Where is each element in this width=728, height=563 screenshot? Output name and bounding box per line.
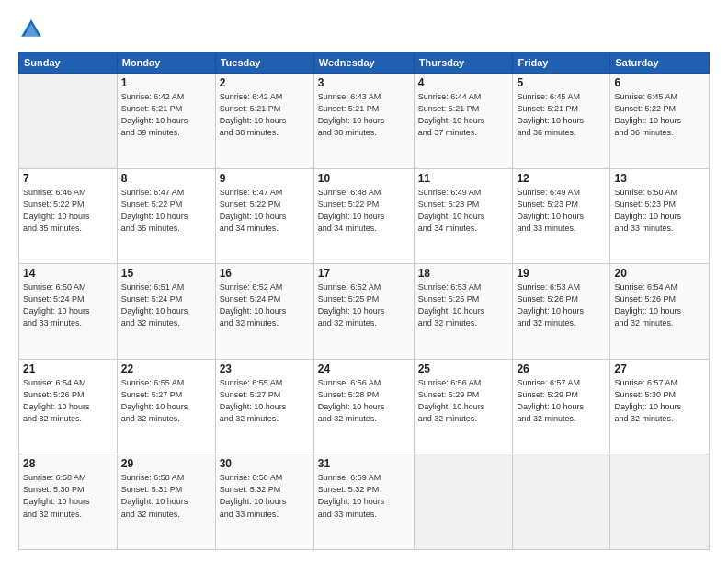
header-day-thursday: Thursday bbox=[414, 52, 513, 74]
day-info: Sunrise: 6:48 AM Sunset: 5:22 PM Dayligh… bbox=[318, 187, 410, 235]
day-info: Sunrise: 6:46 AM Sunset: 5:22 PM Dayligh… bbox=[23, 187, 113, 235]
day-number: 28 bbox=[23, 457, 113, 470]
day-info: Sunrise: 6:55 AM Sunset: 5:27 PM Dayligh… bbox=[220, 377, 310, 425]
day-number: 7 bbox=[23, 172, 113, 185]
day-cell: 29Sunrise: 6:58 AM Sunset: 5:31 PM Dayli… bbox=[117, 454, 215, 550]
day-cell: 12Sunrise: 6:49 AM Sunset: 5:23 PM Dayli… bbox=[513, 168, 610, 264]
day-info: Sunrise: 6:47 AM Sunset: 5:22 PM Dayligh… bbox=[220, 187, 310, 235]
day-info: Sunrise: 6:42 AM Sunset: 5:21 PM Dayligh… bbox=[121, 91, 211, 139]
day-info: Sunrise: 6:58 AM Sunset: 5:31 PM Dayligh… bbox=[121, 472, 211, 520]
day-cell: 16Sunrise: 6:52 AM Sunset: 5:24 PM Dayli… bbox=[215, 264, 313, 360]
day-info: Sunrise: 6:57 AM Sunset: 5:30 PM Dayligh… bbox=[614, 377, 705, 425]
day-info: Sunrise: 6:55 AM Sunset: 5:27 PM Dayligh… bbox=[121, 377, 211, 425]
day-info: Sunrise: 6:42 AM Sunset: 5:21 PM Dayligh… bbox=[220, 91, 310, 139]
day-cell: 2Sunrise: 6:42 AM Sunset: 5:21 PM Daylig… bbox=[215, 74, 313, 169]
day-cell bbox=[610, 454, 710, 550]
day-number: 21 bbox=[23, 362, 113, 375]
header-day-monday: Monday bbox=[117, 52, 215, 74]
header-day-saturday: Saturday bbox=[610, 52, 710, 74]
day-cell: 7Sunrise: 6:46 AM Sunset: 5:22 PM Daylig… bbox=[19, 168, 118, 264]
day-cell: 26Sunrise: 6:57 AM Sunset: 5:29 PM Dayli… bbox=[513, 359, 610, 454]
day-cell bbox=[513, 454, 610, 550]
day-info: Sunrise: 6:50 AM Sunset: 5:24 PM Dayligh… bbox=[23, 282, 113, 329]
day-number: 5 bbox=[517, 76, 606, 89]
day-number: 8 bbox=[121, 172, 211, 185]
day-info: Sunrise: 6:53 AM Sunset: 5:26 PM Dayligh… bbox=[517, 282, 606, 329]
day-cell: 30Sunrise: 6:58 AM Sunset: 5:32 PM Dayli… bbox=[215, 454, 313, 550]
day-number: 10 bbox=[318, 172, 410, 185]
day-info: Sunrise: 6:56 AM Sunset: 5:28 PM Dayligh… bbox=[318, 377, 410, 425]
day-info: Sunrise: 6:54 AM Sunset: 5:26 PM Dayligh… bbox=[614, 282, 705, 329]
day-number: 20 bbox=[614, 267, 705, 280]
calendar-header: SundayMondayTuesdayWednesdayThursdayFrid… bbox=[19, 52, 710, 74]
week-row-5: 28Sunrise: 6:58 AM Sunset: 5:30 PM Dayli… bbox=[19, 454, 710, 550]
day-number: 2 bbox=[220, 76, 310, 89]
day-number: 17 bbox=[318, 267, 410, 280]
day-number: 29 bbox=[121, 457, 211, 470]
day-number: 31 bbox=[318, 457, 410, 470]
day-cell: 18Sunrise: 6:53 AM Sunset: 5:25 PM Dayli… bbox=[414, 264, 513, 360]
day-info: Sunrise: 6:49 AM Sunset: 5:23 PM Dayligh… bbox=[517, 187, 606, 235]
day-cell: 1Sunrise: 6:42 AM Sunset: 5:21 PM Daylig… bbox=[117, 74, 215, 169]
day-cell: 4Sunrise: 6:44 AM Sunset: 5:21 PM Daylig… bbox=[414, 74, 513, 169]
day-number: 19 bbox=[517, 267, 606, 280]
header-day-wednesday: Wednesday bbox=[313, 52, 414, 74]
header-day-sunday: Sunday bbox=[19, 52, 118, 74]
day-info: Sunrise: 6:52 AM Sunset: 5:25 PM Dayligh… bbox=[318, 282, 410, 329]
day-number: 4 bbox=[418, 76, 509, 89]
day-cell: 3Sunrise: 6:43 AM Sunset: 5:21 PM Daylig… bbox=[313, 74, 414, 169]
header-day-tuesday: Tuesday bbox=[215, 52, 313, 74]
day-cell: 20Sunrise: 6:54 AM Sunset: 5:26 PM Dayli… bbox=[610, 264, 710, 360]
day-number: 27 bbox=[614, 362, 705, 375]
day-cell: 10Sunrise: 6:48 AM Sunset: 5:22 PM Dayli… bbox=[313, 168, 414, 264]
day-cell: 9Sunrise: 6:47 AM Sunset: 5:22 PM Daylig… bbox=[215, 168, 313, 264]
day-info: Sunrise: 6:43 AM Sunset: 5:21 PM Dayligh… bbox=[318, 91, 410, 139]
day-number: 6 bbox=[614, 76, 705, 89]
day-cell: 25Sunrise: 6:56 AM Sunset: 5:29 PM Dayli… bbox=[414, 359, 513, 454]
header-day-friday: Friday bbox=[513, 52, 610, 74]
day-info: Sunrise: 6:57 AM Sunset: 5:29 PM Dayligh… bbox=[517, 377, 606, 425]
week-row-3: 14Sunrise: 6:50 AM Sunset: 5:24 PM Dayli… bbox=[19, 264, 710, 360]
day-info: Sunrise: 6:44 AM Sunset: 5:21 PM Dayligh… bbox=[418, 91, 509, 139]
day-cell: 31Sunrise: 6:59 AM Sunset: 5:32 PM Dayli… bbox=[313, 454, 414, 550]
day-number: 3 bbox=[318, 76, 410, 89]
day-info: Sunrise: 6:58 AM Sunset: 5:30 PM Dayligh… bbox=[23, 472, 113, 520]
day-info: Sunrise: 6:47 AM Sunset: 5:22 PM Dayligh… bbox=[121, 187, 211, 235]
day-info: Sunrise: 6:45 AM Sunset: 5:22 PM Dayligh… bbox=[614, 91, 705, 139]
calendar-body: 1Sunrise: 6:42 AM Sunset: 5:21 PM Daylig… bbox=[19, 74, 710, 550]
page: SundayMondayTuesdayWednesdayThursdayFrid… bbox=[0, 0, 728, 563]
day-info: Sunrise: 6:59 AM Sunset: 5:32 PM Dayligh… bbox=[318, 472, 410, 520]
day-cell: 22Sunrise: 6:55 AM Sunset: 5:27 PM Dayli… bbox=[117, 359, 215, 454]
week-row-4: 21Sunrise: 6:54 AM Sunset: 5:26 PM Dayli… bbox=[19, 359, 710, 454]
day-info: Sunrise: 6:51 AM Sunset: 5:24 PM Dayligh… bbox=[121, 282, 211, 329]
header-row: SundayMondayTuesdayWednesdayThursdayFrid… bbox=[19, 52, 710, 74]
day-number: 24 bbox=[318, 362, 410, 375]
day-number: 30 bbox=[220, 457, 310, 470]
day-number: 26 bbox=[517, 362, 606, 375]
day-cell: 21Sunrise: 6:54 AM Sunset: 5:26 PM Dayli… bbox=[19, 359, 118, 454]
day-cell: 11Sunrise: 6:49 AM Sunset: 5:23 PM Dayli… bbox=[414, 168, 513, 264]
day-cell: 28Sunrise: 6:58 AM Sunset: 5:30 PM Dayli… bbox=[19, 454, 118, 550]
day-cell: 17Sunrise: 6:52 AM Sunset: 5:25 PM Dayli… bbox=[313, 264, 414, 360]
day-info: Sunrise: 6:54 AM Sunset: 5:26 PM Dayligh… bbox=[23, 377, 113, 425]
day-cell: 15Sunrise: 6:51 AM Sunset: 5:24 PM Dayli… bbox=[117, 264, 215, 360]
header bbox=[18, 17, 710, 42]
day-number: 11 bbox=[418, 172, 509, 185]
day-cell: 13Sunrise: 6:50 AM Sunset: 5:23 PM Dayli… bbox=[610, 168, 710, 264]
day-number: 23 bbox=[220, 362, 310, 375]
day-number: 13 bbox=[614, 172, 705, 185]
day-cell: 5Sunrise: 6:45 AM Sunset: 5:21 PM Daylig… bbox=[513, 74, 610, 169]
day-cell bbox=[414, 454, 513, 550]
day-cell: 14Sunrise: 6:50 AM Sunset: 5:24 PM Dayli… bbox=[19, 264, 118, 360]
calendar-table: SundayMondayTuesdayWednesdayThursdayFrid… bbox=[18, 52, 710, 550]
day-cell: 8Sunrise: 6:47 AM Sunset: 5:22 PM Daylig… bbox=[117, 168, 215, 264]
day-cell: 19Sunrise: 6:53 AM Sunset: 5:26 PM Dayli… bbox=[513, 264, 610, 360]
day-number: 16 bbox=[220, 267, 310, 280]
logo bbox=[18, 17, 48, 42]
day-number: 14 bbox=[23, 267, 113, 280]
day-info: Sunrise: 6:45 AM Sunset: 5:21 PM Dayligh… bbox=[517, 91, 606, 139]
day-cell: 6Sunrise: 6:45 AM Sunset: 5:22 PM Daylig… bbox=[610, 74, 710, 169]
week-row-1: 1Sunrise: 6:42 AM Sunset: 5:21 PM Daylig… bbox=[19, 74, 710, 169]
day-cell: 27Sunrise: 6:57 AM Sunset: 5:30 PM Dayli… bbox=[610, 359, 710, 454]
day-number: 15 bbox=[121, 267, 211, 280]
